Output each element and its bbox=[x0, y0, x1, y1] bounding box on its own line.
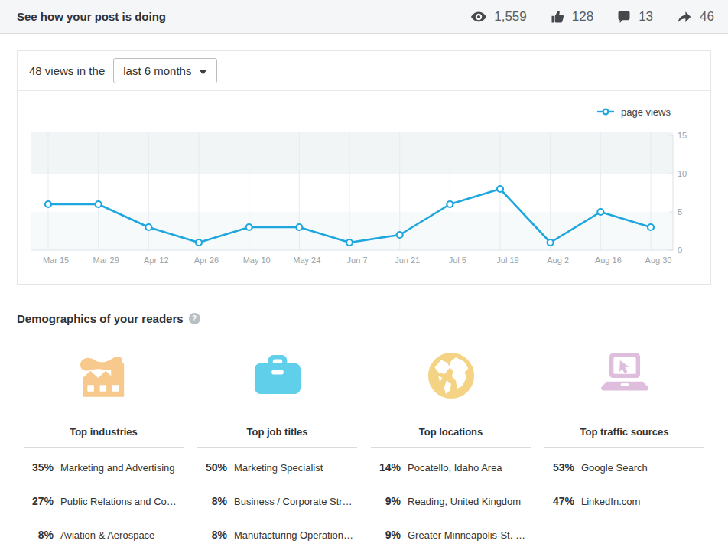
column-title: Top traffic sources bbox=[538, 426, 711, 438]
svg-text:Apr 26: Apr 26 bbox=[194, 256, 219, 265]
thumbs-up-icon bbox=[550, 9, 565, 24]
item-label: Manufacturing Operation… bbox=[234, 529, 353, 541]
date-range-selector[interactable]: last 6 months bbox=[113, 58, 217, 83]
shares-stat: 46 bbox=[676, 8, 714, 25]
views-summary-header: 48 views in the last 6 months bbox=[18, 51, 710, 91]
list-item: 9% Greater Minneapolis-St. … bbox=[364, 518, 538, 552]
item-label: Marketing and Advertising bbox=[60, 462, 175, 474]
comment-icon bbox=[616, 9, 632, 24]
share-icon bbox=[676, 8, 693, 25]
views-stat: 1,559 bbox=[470, 8, 527, 25]
svg-text:Mar 29: Mar 29 bbox=[93, 256, 119, 265]
svg-text:May 24: May 24 bbox=[293, 256, 320, 265]
divider bbox=[371, 447, 531, 448]
percent-value: 27% bbox=[17, 495, 54, 507]
page-views-card: 48 views in the last 6 months page views… bbox=[17, 50, 711, 285]
percent-value: 9% bbox=[364, 495, 401, 507]
percent-value: 35% bbox=[17, 461, 54, 474]
views-summary-text: 48 views in the bbox=[29, 64, 105, 77]
post-stats-bar: See how your post is doing 1,559 128 13 … bbox=[0, 0, 728, 34]
divider bbox=[24, 447, 184, 448]
percent-value: 8% bbox=[190, 529, 227, 541]
chart-area: page views 051015Mar 15Mar 29Apr 12Apr 2… bbox=[18, 91, 710, 284]
top-job-titles-column: Top job titles 50% Marketing Specialist … bbox=[190, 347, 364, 552]
item-label: Aviation & Aerospace bbox=[60, 529, 154, 541]
svg-text:0: 0 bbox=[678, 246, 682, 255]
svg-text:Jul 19: Jul 19 bbox=[496, 256, 518, 265]
date-range-value: last 6 months bbox=[123, 64, 191, 77]
svg-text:Aug 30: Aug 30 bbox=[645, 256, 672, 265]
svg-text:15: 15 bbox=[678, 131, 687, 140]
list-item: 8% Aviation & Aerospace bbox=[17, 518, 190, 552]
percent-value: 9% bbox=[364, 529, 401, 541]
eye-icon bbox=[470, 8, 487, 25]
comments-count: 13 bbox=[639, 9, 653, 24]
question-mark-icon[interactable]: ? bbox=[189, 313, 200, 324]
list-item: 53% Google Search bbox=[538, 451, 711, 484]
page-views-chart: 051015Mar 15Mar 29Apr 12Apr 26May 10May … bbox=[18, 123, 710, 273]
item-label: Marketing Specialist bbox=[234, 462, 323, 474]
divider bbox=[197, 447, 357, 448]
list-item: 47% LinkedIn.com bbox=[538, 484, 711, 518]
list-item: 8% Manufacturing Operation… bbox=[190, 518, 364, 552]
item-label: Reading, United Kingdom bbox=[408, 496, 521, 507]
laptop-cursor-icon bbox=[538, 347, 711, 411]
svg-text:Jun 21: Jun 21 bbox=[395, 256, 420, 265]
list-item: 35% Marketing and Advertising bbox=[17, 451, 190, 484]
item-label: Business / Corporate Str… bbox=[234, 496, 353, 507]
list-item: 50% Marketing Specialist bbox=[190, 451, 364, 484]
likes-count: 128 bbox=[572, 9, 593, 24]
demographics-section: Demographics of your readers ? Top indus… bbox=[17, 312, 711, 552]
comments-stat: 13 bbox=[616, 9, 653, 24]
column-title: Top industries bbox=[17, 426, 190, 438]
svg-text:Apr 12: Apr 12 bbox=[144, 256, 168, 265]
svg-text:Mar 15: Mar 15 bbox=[43, 256, 69, 265]
percent-value: 53% bbox=[538, 461, 574, 474]
svg-text:5: 5 bbox=[678, 207, 682, 217]
factory-icon bbox=[17, 347, 190, 411]
post-stats: 1,559 128 13 46 bbox=[470, 8, 714, 25]
chart-legend: page views bbox=[18, 99, 710, 123]
svg-text:Jul 5: Jul 5 bbox=[449, 256, 466, 265]
list-item: 27% Public Relations and Co… bbox=[17, 484, 190, 518]
list-item: 9% Reading, United Kingdom bbox=[364, 484, 538, 518]
likes-stat: 128 bbox=[550, 9, 593, 24]
top-industries-column: Top industries 35% Marketing and Adverti… bbox=[17, 347, 190, 552]
svg-text:10: 10 bbox=[678, 169, 687, 178]
page-title: See how your post is doing bbox=[17, 10, 166, 23]
svg-text:Aug 16: Aug 16 bbox=[595, 256, 622, 265]
item-label: LinkedIn.com bbox=[581, 496, 640, 507]
item-label: Public Relations and Co… bbox=[60, 496, 177, 507]
percent-value: 8% bbox=[190, 495, 227, 507]
demographics-columns: Top industries 35% Marketing and Adverti… bbox=[17, 347, 711, 552]
item-label: Greater Minneapolis-St. … bbox=[408, 529, 525, 541]
percent-value: 47% bbox=[538, 495, 574, 507]
svg-text:Jun 7: Jun 7 bbox=[347, 256, 368, 265]
list-item: 8% Business / Corporate Str… bbox=[190, 484, 364, 518]
views-count: 1,559 bbox=[494, 9, 527, 24]
globe-icon bbox=[364, 347, 538, 411]
svg-text:May 10: May 10 bbox=[243, 256, 271, 265]
chevron-down-icon bbox=[199, 64, 207, 77]
top-locations-column: Top locations 14% Pocatello, Idaho Area … bbox=[364, 347, 538, 552]
column-title: Top job titles bbox=[190, 426, 364, 438]
demographics-title: Demographics of your readers bbox=[17, 312, 184, 325]
percent-value: 50% bbox=[190, 461, 227, 474]
briefcase-icon bbox=[190, 347, 364, 411]
top-traffic-sources-column: Top traffic sources 53% Google Search 47… bbox=[538, 347, 711, 552]
item-label: Pocatello, Idaho Area bbox=[408, 462, 502, 474]
percent-value: 14% bbox=[364, 461, 401, 474]
legend-label: page views bbox=[621, 106, 671, 118]
list-item: 14% Pocatello, Idaho Area bbox=[364, 451, 538, 484]
percent-value: 8% bbox=[17, 529, 54, 541]
legend-marker-icon bbox=[596, 105, 615, 119]
svg-text:Aug 2: Aug 2 bbox=[547, 256, 569, 265]
divider bbox=[544, 447, 704, 448]
item-label: Google Search bbox=[581, 462, 648, 474]
column-title: Top locations bbox=[364, 426, 538, 438]
shares-count: 46 bbox=[700, 9, 714, 24]
